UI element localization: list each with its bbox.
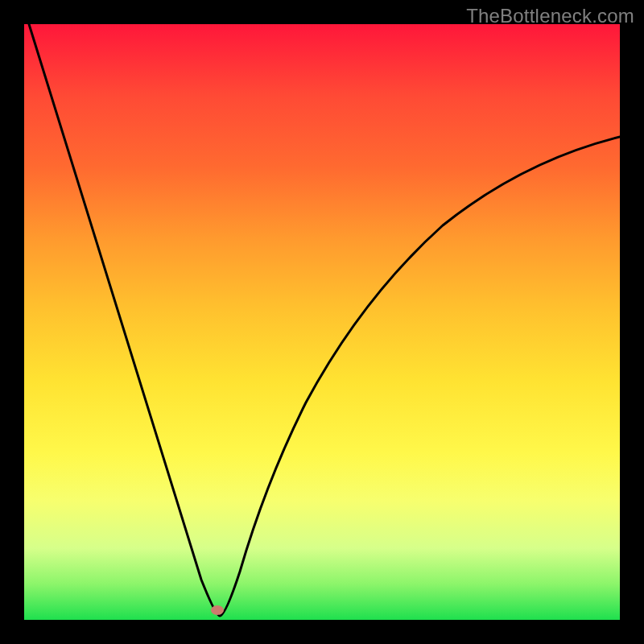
plot-area <box>24 24 620 620</box>
watermark-text: TheBottleneck.com <box>466 5 634 27</box>
curve-path <box>29 24 620 616</box>
chart-frame: TheBottleneck.com <box>0 0 644 644</box>
bottleneck-curve <box>24 24 620 620</box>
